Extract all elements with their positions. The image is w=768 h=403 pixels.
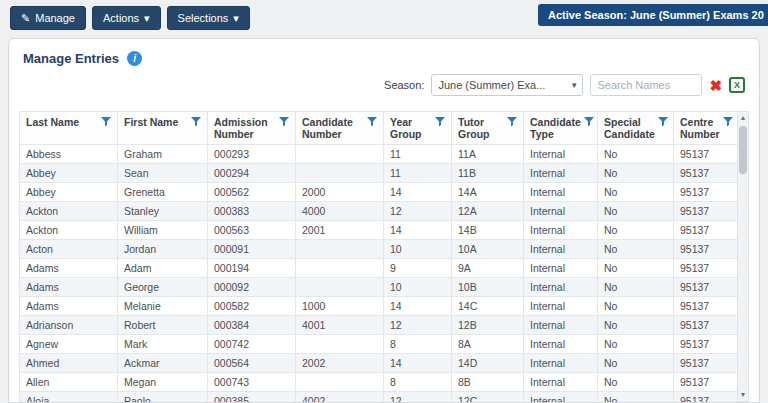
table-cell xyxy=(296,373,384,392)
filter-icon[interactable] xyxy=(507,117,517,127)
table-cell: 4001 xyxy=(296,316,384,335)
table-cell: Mark xyxy=(118,335,208,354)
table-row[interactable]: AdamsAdam00019499AInternalNo95137 xyxy=(20,259,740,278)
table-cell: Abbey xyxy=(20,164,118,183)
filter-icon[interactable] xyxy=(191,117,201,127)
column-header-label: Candidate Number xyxy=(302,116,364,140)
table-row[interactable]: AcktonStanley00038340001212AInternalNo95… xyxy=(20,202,740,221)
table-cell: No xyxy=(598,354,674,373)
table-row[interactable]: AgnewMark00074288AInternalNo95137 xyxy=(20,335,740,354)
season-select[interactable]: June (Summer) Exa... ▾ xyxy=(431,74,583,96)
table-cell: Paolo xyxy=(118,392,208,403)
filter-icon[interactable] xyxy=(279,117,289,127)
table-row[interactable]: AbbessGraham0002931111AInternalNo95137 xyxy=(20,145,740,164)
table-cell: No xyxy=(598,392,674,403)
table-cell: 14 xyxy=(384,354,452,373)
table-cell: 10A xyxy=(452,240,524,259)
filter-icon[interactable] xyxy=(584,117,594,127)
scroll-down-icon[interactable]: ▼ xyxy=(740,389,747,401)
table-row[interactable]: AbbeyGrenetta00056220001414AInternalNo95… xyxy=(20,183,740,202)
table-cell: 95137 xyxy=(674,240,740,259)
table-cell: William xyxy=(118,221,208,240)
column-header[interactable]: Last Name xyxy=(20,112,118,145)
table-cell: 12B xyxy=(452,316,524,335)
table-cell: 000563 xyxy=(208,221,296,240)
entries-table-wrap: Last NameFirst NameAdmission NumberCandi… xyxy=(19,111,749,402)
table-cell: Adams xyxy=(20,259,118,278)
column-header[interactable]: Candidate Type xyxy=(524,112,598,145)
table-cell: Internal xyxy=(524,335,598,354)
table-cell: 95137 xyxy=(674,335,740,354)
column-header[interactable]: Year Group xyxy=(384,112,452,145)
table-cell: 2000 xyxy=(296,183,384,202)
table-cell: Internal xyxy=(524,297,598,316)
table-cell: Adam xyxy=(118,259,208,278)
column-header[interactable]: Centre Number xyxy=(674,112,740,145)
table-cell: 000743 xyxy=(208,373,296,392)
table-cell: 12 xyxy=(384,316,452,335)
table-cell: 14D xyxy=(452,354,524,373)
table-cell: 11 xyxy=(384,145,452,164)
table-cell: Stanley xyxy=(118,202,208,221)
table-row[interactable]: AdriansonRobert00038440011212BInternalNo… xyxy=(20,316,740,335)
clear-search-icon[interactable]: ✖ xyxy=(709,78,722,93)
table-cell: 000092 xyxy=(208,278,296,297)
column-header-label: Candidate Type xyxy=(530,116,581,140)
caret-down-icon: ▾ xyxy=(572,80,577,90)
table-cell: No xyxy=(598,164,674,183)
column-header[interactable]: Candidate Number xyxy=(296,112,384,145)
table-cell: 8A xyxy=(452,335,524,354)
table-cell: 95137 xyxy=(674,202,740,221)
filter-icon[interactable] xyxy=(101,117,111,127)
manage-button[interactable]: ✎ Manage xyxy=(10,6,86,30)
table-cell: 12 xyxy=(384,202,452,221)
table-row[interactable]: AcktonWilliam00056320011414BInternalNo95… xyxy=(20,221,740,240)
entries-table: Last NameFirst NameAdmission NumberCandi… xyxy=(19,111,740,402)
column-header[interactable]: Special Candidate xyxy=(598,112,674,145)
table-cell: Internal xyxy=(524,278,598,297)
table-row[interactable]: AllenMegan00074388BInternalNo95137 xyxy=(20,373,740,392)
table-cell: Ackton xyxy=(20,221,118,240)
filter-icon[interactable] xyxy=(367,117,377,127)
table-cell: Internal xyxy=(524,240,598,259)
table-cell: 000385 xyxy=(208,392,296,403)
column-header[interactable]: First Name xyxy=(118,112,208,145)
table-row[interactable]: AloiaPaolo00038540021212CInternalNo95137 xyxy=(20,392,740,403)
selections-dropdown-button[interactable]: Selections ▾ xyxy=(167,6,250,30)
vertical-scrollbar[interactable]: ▲ ▼ xyxy=(737,111,749,402)
table-cell: Internal xyxy=(524,259,598,278)
table-cell: No xyxy=(598,373,674,392)
table-row[interactable]: AdamsMelanie00058210001414CInternalNo951… xyxy=(20,297,740,316)
table-cell: Sean xyxy=(118,164,208,183)
table-cell xyxy=(296,145,384,164)
search-input[interactable] xyxy=(590,74,702,96)
table-cell: Abbey xyxy=(20,183,118,202)
scroll-up-icon[interactable]: ▲ xyxy=(740,112,747,124)
scrollbar-thumb[interactable] xyxy=(739,126,747,174)
table-row[interactable]: AdamsGeorge0000921010BInternalNo95137 xyxy=(20,278,740,297)
table-cell xyxy=(296,335,384,354)
column-header[interactable]: Admission Number xyxy=(208,112,296,145)
table-cell: 11 xyxy=(384,164,452,183)
excel-export-icon[interactable]: X xyxy=(729,77,745,93)
table-row[interactable]: ActonJordan0000911010AInternalNo95137 xyxy=(20,240,740,259)
info-icon[interactable]: i xyxy=(127,51,142,66)
table-cell: 000294 xyxy=(208,164,296,183)
filter-icon[interactable] xyxy=(658,117,668,127)
table-cell: Allen xyxy=(20,373,118,392)
filter-icon[interactable] xyxy=(435,117,445,127)
table-cell: 10 xyxy=(384,278,452,297)
table-cell: 8 xyxy=(384,373,452,392)
table-row[interactable]: AbbeySean0002941111BInternalNo95137 xyxy=(20,164,740,183)
table-cell: 000562 xyxy=(208,183,296,202)
column-header-label: Special Candidate xyxy=(604,116,655,140)
column-header[interactable]: Tutor Group xyxy=(452,112,524,145)
table-cell: 95137 xyxy=(674,259,740,278)
actions-dropdown-button[interactable]: Actions ▾ xyxy=(92,6,161,30)
table-cell: 11B xyxy=(452,164,524,183)
column-header-label: First Name xyxy=(124,116,178,128)
table-row[interactable]: AhmedAckmar00056420021414DInternalNo9513… xyxy=(20,354,740,373)
filter-icon[interactable] xyxy=(723,117,733,127)
table-cell: 95137 xyxy=(674,316,740,335)
table-cell: 14 xyxy=(384,183,452,202)
